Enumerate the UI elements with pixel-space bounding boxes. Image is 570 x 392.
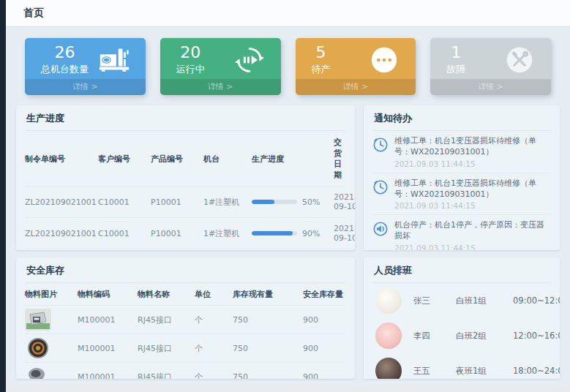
delivery-date: 2021-09-10 xyxy=(334,224,355,243)
machine-icon xyxy=(97,45,131,75)
repair-tools-icon xyxy=(503,45,536,75)
avatar xyxy=(375,358,402,379)
product-no: P10001 xyxy=(151,197,203,207)
avatar xyxy=(375,287,402,314)
card-body: 20 运行中 xyxy=(160,38,281,79)
progress-percent: 90% xyxy=(302,229,320,238)
tab-home[interactable]: 首页 xyxy=(23,7,44,20)
clock-icon xyxy=(372,179,389,195)
card-fault[interactable]: 1 故障 详情 > xyxy=(430,38,551,95)
delivery-date: 2021-09-10 xyxy=(334,192,355,211)
col-customer-no: 客户编号 xyxy=(98,154,151,165)
shift-name: 白班2组 xyxy=(456,331,513,342)
sidebar-collapsed-strip[interactable] xyxy=(0,0,6,392)
material-unit: 个 xyxy=(195,372,233,380)
person-name: 张三 xyxy=(413,295,456,306)
total-machines-label: 总机台数量 xyxy=(41,63,89,76)
notification-text: 维修工单：机台1变压器损坏待维修（单号：WX202109031001） xyxy=(394,136,551,158)
notification-body: 维修工单：机台1变压器损坏待维修（单号：WX202109031001） 2021… xyxy=(394,178,551,211)
avatar xyxy=(375,323,402,349)
table-row: ZL202109021001 C10001 P10001 1#注塑机 50% 2… xyxy=(25,249,346,250)
stat-cards-row: 26 总机台数量 xyxy=(16,38,560,95)
safety-qty: 900 xyxy=(303,315,346,325)
card-text: 5 待产 xyxy=(312,44,331,75)
shift-time: 09:00~12:00 xyxy=(513,295,560,306)
col-progress: 生产进度 xyxy=(252,154,334,165)
running-detail-link[interactable]: 详情 > xyxy=(160,79,281,95)
machine-name: 1#注塑机 xyxy=(203,228,252,239)
card-text: 26 总机台数量 xyxy=(41,44,89,75)
material-name: RJ45接口 xyxy=(138,343,195,354)
material-name: RJ45接口 xyxy=(138,314,195,325)
panel-production-progress: 生产进度 制令单编号 客户编号 产品编号 机台 生产进度 交货日期 ZL2021… xyxy=(16,105,355,250)
safety-stock-panel-title: 安全库存 xyxy=(25,257,346,283)
round-speaker-image xyxy=(25,337,51,359)
inventory-table-header: 物料图片 物料编码 物料名称 单位 库存现有量 安全库存量 xyxy=(25,283,346,306)
safety-qty: 900 xyxy=(303,344,346,353)
rj45-connector-image xyxy=(25,309,51,331)
progress-cell: 50% xyxy=(252,197,334,207)
top-tab-bar: 首页 xyxy=(6,0,570,27)
card-text: 1 故障 xyxy=(446,44,465,75)
table-row: ZL202109021001 C10001 P10001 1#注塑机 90% 2… xyxy=(25,218,346,249)
person-name: 王五 xyxy=(413,366,456,377)
notifications-panel-title: 通知待办 xyxy=(372,105,551,131)
total-machines-value: 26 xyxy=(41,44,89,61)
list-item[interactable]: 维修工单：机台1变压器损坏待维修（单号：WX202109031001） 2021… xyxy=(372,131,551,173)
customer-no: C10001 xyxy=(98,197,151,207)
card-text: 20 运行中 xyxy=(176,44,205,75)
notification-body: 机台停产：机台1停产，停产原因：变压器损坏 2021.09.03 11:44:1… xyxy=(394,220,551,250)
order-no: ZL202109021001 xyxy=(25,197,98,207)
panel-safety-stock: 安全库存 物料图片 物料编码 物料名称 单位 库存现有量 安全库存量 xyxy=(16,257,355,379)
col-stock-qty: 库存现有量 xyxy=(233,289,303,300)
notification-text: 机台停产：机台1停产，停产原因：变压器损坏 xyxy=(394,220,551,242)
speaker-cone-image xyxy=(25,366,51,379)
safety-qty: 900 xyxy=(303,372,346,380)
ellipsis-icon xyxy=(367,45,401,75)
list-item[interactable]: 维修工单：机台1变压器损坏待维修（单号：WX202109031001） 2021… xyxy=(372,173,551,216)
speaker-icon xyxy=(372,221,389,237)
waiting-detail-link[interactable]: 详情 > xyxy=(296,79,416,95)
fault-value: 1 xyxy=(446,44,465,61)
card-running[interactable]: 20 运行中 详情 > xyxy=(160,38,281,95)
progress-bar-fill xyxy=(252,200,274,204)
progress-cell: 90% xyxy=(252,229,334,238)
progress-percent: 50% xyxy=(302,197,320,207)
list-item: 李四 白班2组 12:00~16:00 xyxy=(372,318,551,353)
progress-bar xyxy=(252,200,297,204)
stock-qty: 750 xyxy=(233,344,303,353)
card-total-machines[interactable]: 26 总机台数量 xyxy=(25,38,146,95)
stock-qty: 750 xyxy=(233,315,303,325)
col-material-code: 物料编码 xyxy=(78,289,138,300)
col-material-image: 物料图片 xyxy=(25,289,78,300)
list-item: 张三 白班1组 09:00~12:00 xyxy=(372,283,551,318)
panel-notifications: 通知待办 维修工单：机台1变压器损坏待维修（单号：WX202109031001）… xyxy=(364,105,560,250)
card-body: 5 待产 xyxy=(296,38,416,79)
table-row: M100001 RJ45接口 个 750 900 xyxy=(25,363,346,379)
notification-time: 2021.09.03 11:44:15 xyxy=(394,159,551,168)
material-code: M100001 xyxy=(78,344,138,353)
person-name: 李四 xyxy=(413,331,456,342)
progress-bar xyxy=(252,231,297,235)
card-waiting[interactable]: 5 待产 详情 > xyxy=(296,38,416,95)
panels-grid: 生产进度 制令单编号 客户编号 产品编号 机台 生产进度 交货日期 ZL2021… xyxy=(16,105,560,379)
fault-detail-link[interactable]: 详情 > xyxy=(430,79,551,95)
notification-body: 维修工单：机台1变压器损坏待维修（单号：WX202109031001） 2021… xyxy=(394,136,551,168)
col-machine: 机台 xyxy=(203,154,252,165)
table-row: ZL202109021001 C10001 P10001 1#注塑机 50% 2… xyxy=(25,186,346,218)
table-row: M100001 RJ45接口 个 750 900 xyxy=(25,306,346,334)
notification-time: 2021.09.03 11:44:15 xyxy=(394,244,551,250)
running-value: 20 xyxy=(176,44,205,61)
total-machines-detail-link[interactable]: 详情 > xyxy=(25,79,146,95)
table-row: M100001 RJ45接口 个 750 900 xyxy=(25,334,346,363)
order-no: ZL202109021001 xyxy=(25,229,98,238)
shift-name: 白班1组 xyxy=(456,295,513,306)
stock-qty: 750 xyxy=(233,372,303,380)
product-no: P10001 xyxy=(151,229,203,238)
progress-bar-fill xyxy=(252,231,293,235)
shift-time: 18:00~24:00 xyxy=(513,366,560,376)
dashboard-content: 26 总机台数量 xyxy=(6,27,570,379)
list-item: 王五 夜班1组 18:00~24:00 xyxy=(372,353,551,379)
list-item[interactable]: 机台停产：机台1停产，停产原因：变压器损坏 2021.09.03 11:44:1… xyxy=(372,215,551,250)
fault-label: 故障 xyxy=(446,63,465,76)
